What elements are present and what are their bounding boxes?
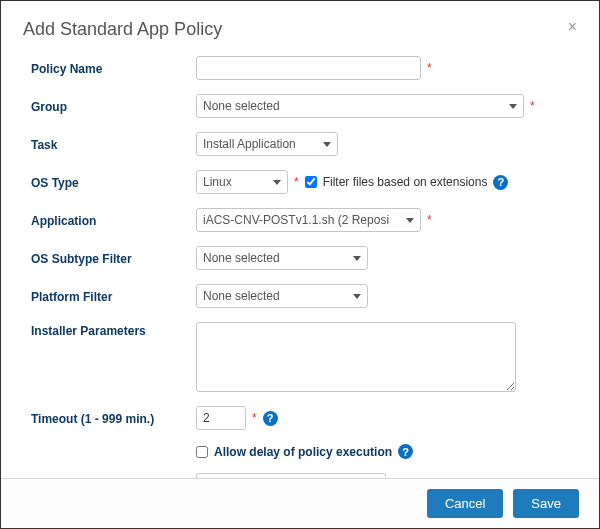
required-marker: * — [427, 61, 432, 75]
task-select[interactable]: Install Application — [196, 132, 338, 156]
label-group: Group — [31, 98, 196, 114]
label-task: Task — [31, 136, 196, 152]
chevron-down-icon — [273, 180, 281, 185]
os-type-select[interactable]: Linux — [196, 170, 288, 194]
cancel-button[interactable]: Cancel — [427, 489, 503, 518]
chevron-down-icon — [323, 142, 331, 147]
form: Policy Name * Group None selected * Task… — [1, 50, 599, 497]
label-installer-params: Installer Parameters — [31, 322, 196, 338]
os-subtype-value: None selected — [203, 251, 280, 265]
row-application: Application iACS-CNV-POSTv1.1.sh (2 Repo… — [31, 208, 577, 232]
required-marker: * — [530, 99, 535, 113]
dialog-title: Add Standard App Policy — [23, 19, 222, 40]
required-marker: * — [252, 411, 257, 425]
chevron-down-icon — [406, 218, 414, 223]
label-os-type: OS Type — [31, 174, 196, 190]
group-select-value: None selected — [203, 99, 280, 113]
row-installer-params: Installer Parameters — [31, 322, 577, 392]
platform-select[interactable]: None selected — [196, 284, 368, 308]
filter-files-checkbox[interactable] — [305, 176, 317, 188]
timeout-input[interactable] — [196, 406, 246, 430]
label-timeout: Timeout (1 - 999 min.) — [31, 410, 196, 426]
label-platform: Platform Filter — [31, 288, 196, 304]
platform-value: None selected — [203, 289, 280, 303]
help-icon[interactable] — [398, 444, 413, 459]
row-timeout: Timeout (1 - 999 min.) * — [31, 406, 577, 430]
row-policy-name: Policy Name * — [31, 56, 577, 80]
row-group: Group None selected * — [31, 94, 577, 118]
allow-delay-checkbox[interactable] — [196, 446, 208, 458]
row-allow-delay: Allow delay of policy execution — [31, 444, 577, 459]
close-icon[interactable]: × — [568, 19, 577, 35]
chevron-down-icon — [353, 256, 361, 261]
task-select-value: Install Application — [203, 137, 296, 151]
chevron-down-icon — [509, 104, 517, 109]
application-select[interactable]: iACS-CNV-POSTv1.1.sh (2 Reposi — [196, 208, 421, 232]
row-os-type: OS Type Linux * Filter files based on ex… — [31, 170, 577, 194]
save-button[interactable]: Save — [513, 489, 579, 518]
os-subtype-select[interactable]: None selected — [196, 246, 368, 270]
installer-params-textarea[interactable] — [196, 322, 516, 392]
label-os-subtype: OS Subtype Filter — [31, 250, 196, 266]
row-platform: Platform Filter None selected — [31, 284, 577, 308]
policy-name-input[interactable] — [196, 56, 421, 80]
label-empty — [31, 451, 196, 453]
allow-delay-label: Allow delay of policy execution — [214, 445, 392, 459]
application-value: iACS-CNV-POSTv1.1.sh (2 Reposi — [203, 213, 389, 227]
row-os-subtype: OS Subtype Filter None selected — [31, 246, 577, 270]
chevron-down-icon — [353, 294, 361, 299]
group-select[interactable]: None selected — [196, 94, 524, 118]
required-marker: * — [294, 175, 299, 189]
os-type-value: Linux — [203, 175, 232, 189]
help-icon[interactable] — [263, 411, 278, 426]
row-task: Task Install Application — [31, 132, 577, 156]
label-application: Application — [31, 212, 196, 228]
required-marker: * — [427, 213, 432, 227]
label-policy-name: Policy Name — [31, 60, 196, 76]
filter-files-label: Filter files based on extensions — [323, 175, 488, 189]
help-icon[interactable] — [493, 175, 508, 190]
dialog-header: Add Standard App Policy × — [1, 1, 599, 50]
dialog-footer: Cancel Save — [1, 478, 599, 528]
